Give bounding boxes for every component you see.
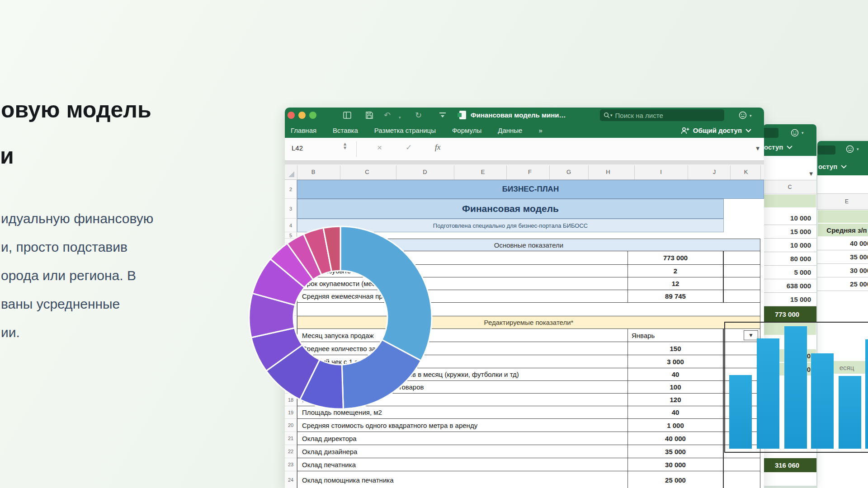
share-button-fragment[interactable]: оступ xyxy=(764,143,793,151)
cell-value[interactable]: 89 745 xyxy=(628,290,724,303)
switch-windows-icon[interactable] xyxy=(343,111,352,120)
column-header[interactable]: C xyxy=(763,180,816,194)
smiley-icon[interactable] xyxy=(845,145,854,154)
tab-overflow-chevrons[interactable]: » xyxy=(538,127,542,134)
sheet-row-24: 24Оклад помощника печатника25 000 xyxy=(285,471,764,488)
share-label: Общий доступ xyxy=(693,127,742,134)
sheet-row-21: 21Оклад директора40 000 xyxy=(285,432,764,445)
cell-value[interactable]: 1 000 xyxy=(628,419,724,432)
cell-label[interactable]: Оклад дизайнера xyxy=(297,445,628,458)
smiley-icon[interactable] xyxy=(738,111,747,120)
row-cells: Оклад директора40 000 xyxy=(297,432,764,445)
minimize-button[interactable] xyxy=(298,112,306,119)
name-box-spinner[interactable]: ▲▼ xyxy=(344,142,346,150)
column-header-F[interactable]: F xyxy=(528,169,532,175)
column-header-G[interactable]: G xyxy=(566,169,571,175)
cell-value[interactable]: 150 xyxy=(628,342,724,355)
cell-value[interactable]: 40 xyxy=(628,406,724,419)
share-button-fragment[interactable]: оступ xyxy=(818,163,847,170)
redo-icon[interactable]: ↻ xyxy=(415,111,422,120)
cell-value[interactable]: Январь xyxy=(628,329,724,342)
tab-data[interactable]: Данные xyxy=(498,127,522,134)
formula-caret-icon[interactable]: ▼ xyxy=(809,171,813,176)
cell-value[interactable]: 2 xyxy=(628,265,724,277)
column-header-E[interactable]: E xyxy=(481,169,485,175)
cell-extra[interactable] xyxy=(724,265,760,277)
tab-page-layout[interactable]: Разметка страницы xyxy=(374,127,436,134)
row-number-21[interactable]: 21 xyxy=(285,432,297,445)
bar-chart[interactable] xyxy=(724,322,868,453)
zoom-button[interactable] xyxy=(309,112,316,119)
column-header-C[interactable]: C xyxy=(365,169,369,175)
bar-0 xyxy=(729,375,752,449)
tab-formulas[interactable]: Формулы xyxy=(452,127,481,134)
cell-label[interactable]: Оклад помощника печатника xyxy=(297,471,628,488)
row-number-2[interactable]: 2 xyxy=(285,180,297,199)
cell-extra[interactable] xyxy=(724,290,760,303)
row-number-24[interactable]: 24 xyxy=(285,471,297,488)
row-number-23[interactable]: 23 xyxy=(285,458,297,471)
cell-value[interactable]: 120 xyxy=(628,394,724,406)
cell-financial-model-title[interactable]: Финансовая модель xyxy=(297,199,724,219)
cell-value[interactable]: 773 000 xyxy=(628,251,724,265)
cell-value[interactable]: 35 000 xyxy=(628,445,724,458)
chevron-down-icon xyxy=(745,129,751,132)
formula-bar[interactable]: ▼ xyxy=(763,156,816,180)
titlebar: ▾ оступ xyxy=(817,141,868,175)
insert-function-icon[interactable]: fx xyxy=(435,143,440,152)
row-number-3[interactable]: 3 xyxy=(285,199,297,219)
formula-bar[interactable]: ▼ xyxy=(817,175,868,194)
formula-caret-icon[interactable]: ▼ xyxy=(756,146,760,151)
donut-chart[interactable] xyxy=(248,225,433,410)
cell xyxy=(817,210,868,223)
name-box[interactable]: L42 xyxy=(292,144,303,152)
column-header-J[interactable]: J xyxy=(713,169,716,175)
hero-title-line2: и xyxy=(0,143,14,169)
cell-value[interactable]: 40 000 xyxy=(628,432,724,445)
column-header-H[interactable]: H xyxy=(606,169,610,175)
cell-extra[interactable] xyxy=(724,251,760,265)
column-header-I[interactable]: I xyxy=(660,169,662,175)
search-scope-caret-icon: ▾ xyxy=(610,113,613,117)
cell-extra[interactable] xyxy=(724,277,760,290)
tab-home[interactable]: Главная xyxy=(291,127,316,134)
tab-insert[interactable]: Вставка xyxy=(333,127,358,134)
row-number-22[interactable]: 22 xyxy=(285,445,297,458)
hero-paragraph-line: орода или региона. В xyxy=(1,261,153,290)
sheet-row-2: 2БИЗНЕС-ПЛАН xyxy=(285,180,764,199)
cell-extra[interactable] xyxy=(724,458,760,471)
search-input[interactable]: ▾ Поиск на листе xyxy=(600,109,724,121)
row-number-20[interactable]: 20 xyxy=(285,419,297,432)
select-all-corner[interactable] xyxy=(288,171,294,177)
cell-extra[interactable] xyxy=(724,471,760,488)
share-label-fragment: оступ xyxy=(818,163,837,170)
cell-label[interactable]: Оклад печатника xyxy=(297,458,628,471)
donut-slice-0 xyxy=(340,226,432,361)
share-button[interactable]: Общий доступ xyxy=(681,123,751,138)
cell-value[interactable]: 100 xyxy=(628,381,724,394)
smiley-icon[interactable] xyxy=(790,128,799,137)
cell-label[interactable]: Средняя стоимость одного квадратного мет… xyxy=(297,419,628,432)
save-icon[interactable] xyxy=(365,111,374,120)
cell-value[interactable]: 3 000 xyxy=(628,355,724,368)
cell-value[interactable]: 25 000 xyxy=(628,471,724,488)
cell-business-plan-title[interactable]: БИЗНЕС-ПЛАН xyxy=(297,180,764,199)
cell-value[interactable]: 40 xyxy=(628,368,724,381)
column-header-D[interactable]: D xyxy=(423,169,427,175)
column-header[interactable]: E xyxy=(817,194,868,210)
close-button[interactable] xyxy=(288,112,295,119)
row-cells: Оклад помощника печатника25 000 xyxy=(297,471,764,488)
cancel-icon[interactable]: × xyxy=(377,143,382,153)
cell-label[interactable]: Оклад директора xyxy=(297,432,628,445)
column-header-K[interactable]: K xyxy=(744,169,748,175)
cell-value[interactable]: 30 000 xyxy=(628,458,724,471)
undo-caret-icon[interactable]: ▾ xyxy=(399,113,401,122)
cell-value: 10 000 xyxy=(763,211,816,225)
undo-icon[interactable]: ↶ xyxy=(384,111,391,120)
cell-value[interactable]: 12 xyxy=(628,277,724,290)
sheet-row-22: 22Оклад дизайнера35 000 xyxy=(285,445,764,458)
sheet-row-23: 23Оклад печатника30 000 xyxy=(285,458,764,471)
column-header-B[interactable]: B xyxy=(311,169,316,175)
enter-icon[interactable]: ✓ xyxy=(406,143,412,152)
toolbar-options-icon[interactable] xyxy=(439,112,446,118)
